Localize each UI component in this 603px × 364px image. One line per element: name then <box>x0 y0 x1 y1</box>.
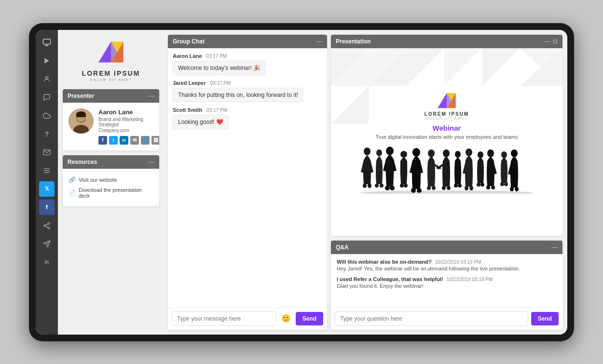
svg-point-58 <box>443 149 450 157</box>
social-facebook[interactable]: f <box>98 136 107 145</box>
social-website[interactable]: 🌐 <box>141 136 150 145</box>
svg-point-47 <box>385 186 390 190</box>
svg-marker-29 <box>444 48 482 86</box>
qa-q-meta-2: 10/22/2019 03:19 PM <box>447 277 493 282</box>
qa-answer-2: Glad you found it. Enjoy the webinar! <box>337 283 557 289</box>
qa-header: Q&A — <box>331 241 562 254</box>
qa-q-text-1: Will this webinar also be on-demand? <box>337 259 432 265</box>
emoji-button[interactable]: 🙂 <box>279 314 293 323</box>
svg-marker-33 <box>369 48 406 86</box>
document-icon: 📄 <box>69 189 76 196</box>
svg-point-11 <box>48 227 50 229</box>
presentation-minimize-btn[interactable]: — <box>544 38 550 45</box>
svg-point-63 <box>458 184 462 188</box>
svg-point-52 <box>412 148 420 157</box>
chat-input-area: 🙂 Send <box>168 307 327 330</box>
presenter-panel-body: Aaron Lane Brand and Marketing Strategis… <box>63 103 159 150</box>
logo-graphic <box>94 38 128 67</box>
presenter-panel-controls: — <box>149 93 154 99</box>
chat-author-1: Aaron Lane <box>173 53 202 59</box>
presenter-info: Aaron Lane Brand and Marketing Strategis… <box>69 108 153 145</box>
svg-point-44 <box>375 184 379 188</box>
sidebar-icon-contacts[interactable] <box>39 71 55 87</box>
pres-tagline: True digital innovation starts with your… <box>376 134 518 140</box>
svg-marker-32 <box>331 48 369 86</box>
resource-item-deck[interactable]: 📄 Download the presentation deck <box>69 185 153 201</box>
qa-send-button[interactable]: Send <box>531 312 559 325</box>
sidebar-icon-monitor[interactable] <box>39 35 55 50</box>
presentation-panel: Presentation — ⊡ <box>331 35 562 236</box>
presentation-maximize-btn[interactable]: ⊡ <box>553 38 558 45</box>
group-chat-panel: Group Chat — Aaron Lane 03:17 PM Welcome… <box>168 35 327 330</box>
pres-webinar-label: Webinar <box>433 124 461 132</box>
resource-label-deck: Download the presentation deck <box>79 187 153 199</box>
svg-point-4 <box>45 76 48 79</box>
chat-author-3: Scott Smith <box>173 107 202 113</box>
svg-marker-28 <box>407 48 444 86</box>
qa-answer-1: Hey Jared! Yes, the webinar will be on-d… <box>337 266 557 271</box>
center-panel: Group Chat — Aaron Lane 03:17 PM Welcome… <box>164 30 331 335</box>
svg-marker-31 <box>520 48 562 86</box>
chat-input[interactable] <box>172 311 276 326</box>
resources-panel-header: Resources — <box>63 155 159 169</box>
svg-point-50 <box>400 184 404 188</box>
sidebar-icon-mail[interactable] <box>39 145 55 160</box>
svg-point-51 <box>404 184 408 188</box>
chat-message-meta-3: Scott Smith 03:17 PM <box>173 107 322 113</box>
sidebar-icon-cloud[interactable] <box>39 108 55 123</box>
presenter-title: Brand and Marketing Strategist <box>98 117 159 127</box>
resources-panel: Resources — 🔗 Visit our website 📄 Downlo… <box>63 155 159 206</box>
resources-minimize-btn[interactable]: — <box>149 159 154 165</box>
svg-marker-35 <box>520 48 562 86</box>
sidebar-icon-twitter[interactable]: 𝕏 <box>39 181 55 197</box>
social-twitter[interactable]: t <box>109 136 118 145</box>
qa-minimize-btn[interactable]: — <box>552 244 558 251</box>
sidebar-icon-send[interactable] <box>39 236 55 252</box>
svg-point-70 <box>487 149 494 157</box>
social-gallery[interactable]: 🖼 <box>151 136 159 145</box>
sidebar-icon-share[interactable] <box>39 218 55 233</box>
presentation-header: Presentation — ⊡ <box>331 35 562 48</box>
svg-point-59 <box>442 186 446 190</box>
qa-input[interactable] <box>335 311 528 326</box>
social-email[interactable]: ✉ <box>130 136 139 145</box>
chat-time-1: 03:17 PM <box>206 54 227 59</box>
presenter-panel-title: Presenter <box>68 93 94 99</box>
svg-point-76 <box>511 149 518 157</box>
group-chat-minimize-btn[interactable]: — <box>316 38 322 45</box>
svg-point-55 <box>428 149 435 157</box>
svg-marker-27 <box>369 48 406 86</box>
sidebar-icon-linkedin[interactable]: in <box>39 255 55 270</box>
presenter-minimize-btn[interactable]: — <box>149 93 154 99</box>
chat-bubble-3: Looking good! ❤️ <box>173 115 229 129</box>
qa-question-1: Will this webinar also be on-demand? 10/… <box>337 259 557 265</box>
presenter-panel: Presenter — <box>63 89 159 150</box>
qa-title: Q&A <box>336 244 349 251</box>
presentation-logo <box>435 90 459 111</box>
logo-area: LOREM IPSUM DOLOR SIT AMET <box>82 38 140 81</box>
main-content: LOREM IPSUM DOLOR SIT AMET Presenter — <box>58 30 567 335</box>
sidebar-icon-help[interactable]: ? <box>39 126 55 142</box>
sidebar-icon-facebook[interactable]: f <box>39 200 55 215</box>
svg-point-56 <box>427 186 431 190</box>
chat-time-3: 03:17 PM <box>206 108 227 113</box>
app-title: LOREM IPSUM <box>82 69 140 77</box>
svg-point-10 <box>44 225 46 227</box>
sidebar-icon-play[interactable] <box>39 53 55 68</box>
presenter-avatar <box>69 108 94 134</box>
qa-question-2: I used Refer a Colleague, that was helpf… <box>337 276 557 282</box>
resources-panel-title: Resources <box>68 159 97 165</box>
chat-send-button[interactable]: Send <box>296 312 323 325</box>
sidebar-icon-list[interactable] <box>39 163 55 178</box>
social-linkedin[interactable]: in <box>120 136 128 145</box>
sidebar-icon-chat[interactable] <box>39 90 55 105</box>
resource-item-website[interactable]: 🔗 Visit our website <box>69 175 153 185</box>
svg-point-69 <box>480 183 484 187</box>
svg-point-65 <box>465 186 468 190</box>
app-subtitle: DOLOR SIT AMET <box>90 78 132 81</box>
qa-messages: Will this webinar also be on-demand? 10/… <box>331 254 562 307</box>
chat-author-2: Jared Leeper <box>173 80 206 86</box>
presentation-content: LOREM IPSUM DOLOR SIT AMET Webinar True … <box>331 48 562 236</box>
presenter-name: Aaron Lane <box>98 108 159 116</box>
presenter-panel-header: Presenter — <box>63 89 159 103</box>
